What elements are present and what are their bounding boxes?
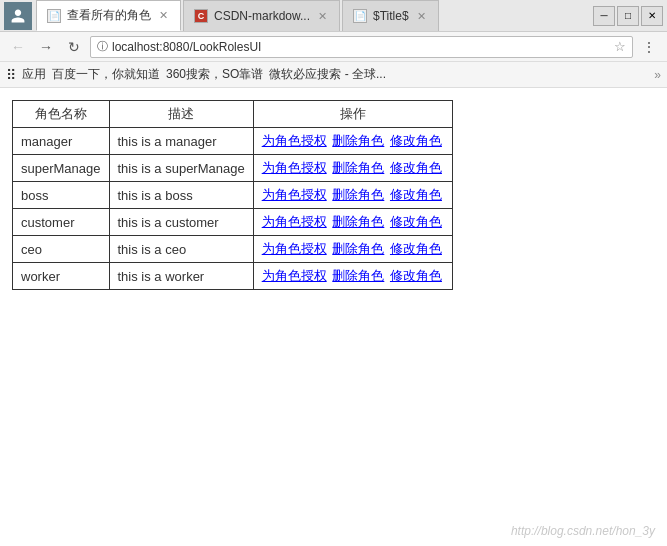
action-delete-superManage[interactable]: 删除角色 [332, 160, 384, 175]
action-modify-ceo[interactable]: 修改角色 [390, 241, 442, 256]
tab-title-close[interactable]: ✕ [415, 9, 428, 24]
action-delete-ceo[interactable]: 删除角色 [332, 241, 384, 256]
action-authorize-ceo[interactable]: 为角色授权 [262, 241, 327, 256]
lock-icon: ⓘ [97, 39, 108, 54]
roles-table: 角色名称 描述 操作 managerthis is a manager为角色授权… [12, 100, 453, 290]
table-row: bossthis is a boss为角色授权 删除角色 修改角色 [13, 182, 453, 209]
action-delete-boss[interactable]: 删除角色 [332, 187, 384, 202]
doc-icon: 📄 [47, 9, 61, 23]
window-controls: ─ □ ✕ [593, 6, 663, 26]
refresh-button[interactable]: ↻ [62, 35, 86, 59]
table-header-row: 角色名称 描述 操作 [13, 101, 453, 128]
tab-csdn-close[interactable]: ✕ [316, 9, 329, 24]
nav-bar: ← → ↻ ⓘ localhost:8080/LookRolesUI ☆ ⋮ [0, 32, 667, 62]
role-actions: 为角色授权 删除角色 修改角色 [253, 209, 452, 236]
bookmark-baidu[interactable]: 百度一下，你就知道 [52, 66, 160, 83]
action-authorize-manager[interactable]: 为角色授权 [262, 133, 327, 148]
csdn-icon: C [194, 9, 208, 23]
back-button[interactable]: ← [6, 35, 30, 59]
action-authorize-customer[interactable]: 为角色授权 [262, 214, 327, 229]
role-name: manager [13, 128, 110, 155]
bookmark-360[interactable]: 360搜索，SO靠谱 [166, 66, 263, 83]
tab-lookroles[interactable]: 📄 查看所有的角色 ✕ [36, 0, 181, 31]
tab-title[interactable]: 📄 $Title$ ✕ [342, 0, 439, 31]
tab-lookroles-label: 查看所有的角色 [67, 7, 151, 24]
bookmark-baidu-label: 百度一下，你就知道 [52, 66, 160, 83]
action-modify-superManage[interactable]: 修改角色 [390, 160, 442, 175]
bookmark-bing-label: 微软必应搜索 - 全球... [269, 66, 386, 83]
role-actions: 为角色授权 删除角色 修改角色 [253, 236, 452, 263]
role-name: superManage [13, 155, 110, 182]
action-delete-worker[interactable]: 删除角色 [332, 268, 384, 283]
role-actions: 为角色授权 删除角色 修改角色 [253, 182, 452, 209]
role-name: boss [13, 182, 110, 209]
tab-bar: 📄 查看所有的角色 ✕ C CSDN-markdow... ✕ 📄 $Title… [36, 0, 589, 31]
avatar [4, 2, 32, 30]
apps-icon: ⠿ [6, 67, 16, 83]
doc-icon2: 📄 [353, 9, 367, 23]
action-delete-manager[interactable]: 删除角色 [332, 133, 384, 148]
role-actions: 为角色授权 删除角色 修改角色 [253, 128, 452, 155]
role-name: ceo [13, 236, 110, 263]
action-modify-boss[interactable]: 修改角色 [390, 187, 442, 202]
action-authorize-boss[interactable]: 为角色授权 [262, 187, 327, 202]
action-modify-manager[interactable]: 修改角色 [390, 133, 442, 148]
table-row: customerthis is a customer为角色授权 删除角色 修改角… [13, 209, 453, 236]
role-name: worker [13, 263, 110, 290]
tab-lookroles-close[interactable]: ✕ [157, 8, 170, 23]
bookmark-bing[interactable]: 微软必应搜索 - 全球... [269, 66, 386, 83]
maximize-button[interactable]: □ [617, 6, 639, 26]
title-bar: 📄 查看所有的角色 ✕ C CSDN-markdow... ✕ 📄 $Title… [0, 0, 667, 32]
bookmarks-bar: ⠿ 应用 百度一下，你就知道 360搜索，SO靠谱 微软必应搜索 - 全球...… [0, 62, 667, 88]
col-header-name: 角色名称 [13, 101, 110, 128]
table-row: workerthis is a worker为角色授权 删除角色 修改角色 [13, 263, 453, 290]
role-description: this is a boss [109, 182, 253, 209]
tab-csdn[interactable]: C CSDN-markdow... ✕ [183, 0, 340, 31]
col-header-action: 操作 [253, 101, 452, 128]
role-description: this is a manager [109, 128, 253, 155]
action-delete-customer[interactable]: 删除角色 [332, 214, 384, 229]
table-row: superManagethis is a superManage为角色授权 删除… [13, 155, 453, 182]
watermark: http://blog.csdn.net/hon_3y [511, 524, 655, 538]
bookmark-360-label: 360搜索，SO靠谱 [166, 66, 263, 83]
table-row: managerthis is a manager为角色授权 删除角色 修改角色 [13, 128, 453, 155]
address-text: localhost:8080/LookRolesUI [112, 40, 610, 54]
bookmark-apps[interactable]: 应用 [22, 66, 46, 83]
table-row: ceothis is a ceo为角色授权 删除角色 修改角色 [13, 236, 453, 263]
role-name: customer [13, 209, 110, 236]
role-description: this is a ceo [109, 236, 253, 263]
col-header-desc: 描述 [109, 101, 253, 128]
action-authorize-worker[interactable]: 为角色授权 [262, 268, 327, 283]
forward-button[interactable]: → [34, 35, 58, 59]
bookmarks-more[interactable]: » [654, 68, 661, 82]
tab-csdn-label: CSDN-markdow... [214, 9, 310, 23]
bookmark-apps-label: 应用 [22, 66, 46, 83]
star-icon[interactable]: ☆ [614, 39, 626, 54]
address-bar[interactable]: ⓘ localhost:8080/LookRolesUI ☆ [90, 36, 633, 58]
role-actions: 为角色授权 删除角色 修改角色 [253, 155, 452, 182]
action-modify-customer[interactable]: 修改角色 [390, 214, 442, 229]
role-actions: 为角色授权 删除角色 修改角色 [253, 263, 452, 290]
close-button[interactable]: ✕ [641, 6, 663, 26]
role-description: this is a worker [109, 263, 253, 290]
minimize-button[interactable]: ─ [593, 6, 615, 26]
menu-button[interactable]: ⋮ [637, 35, 661, 59]
role-description: this is a customer [109, 209, 253, 236]
action-authorize-superManage[interactable]: 为角色授权 [262, 160, 327, 175]
role-description: this is a superManage [109, 155, 253, 182]
browser-window: 📄 查看所有的角色 ✕ C CSDN-markdow... ✕ 📄 $Title… [0, 0, 667, 546]
tab-title-label: $Title$ [373, 9, 409, 23]
action-modify-worker[interactable]: 修改角色 [390, 268, 442, 283]
main-content: 角色名称 描述 操作 managerthis is a manager为角色授权… [0, 88, 667, 546]
